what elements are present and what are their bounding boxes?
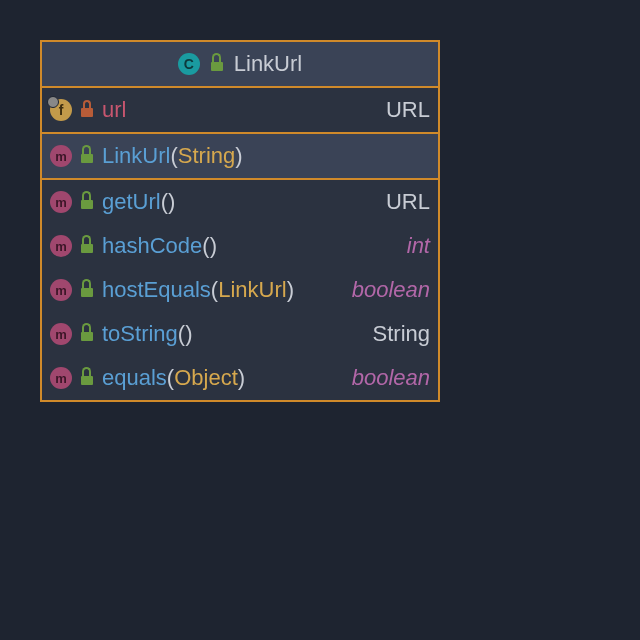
class-diagram: C LinkUrl f url URL m LinkUrl(String) m xyxy=(40,40,440,402)
method-row[interactable]: m hostEquals(LinkUrl) boolean xyxy=(42,268,438,312)
method-icon: m xyxy=(50,191,72,213)
public-lock-icon xyxy=(80,371,94,385)
public-lock-icon xyxy=(80,239,94,253)
method-icon: m xyxy=(50,323,72,345)
class-header: C LinkUrl xyxy=(42,42,438,86)
method-icon: m xyxy=(50,145,72,167)
method-row[interactable]: m hashCode() int xyxy=(42,224,438,268)
return-type: String xyxy=(373,321,430,347)
private-lock-icon xyxy=(80,103,94,117)
method-row[interactable]: m equals(Object) boolean xyxy=(42,356,438,400)
field-name: url xyxy=(102,97,126,123)
return-type: int xyxy=(407,233,430,259)
method-signature: hostEquals(LinkUrl) xyxy=(102,277,294,303)
methods-section: m getUrl() URL m hashCode() int m hostEq… xyxy=(42,178,438,400)
field-type: URL xyxy=(386,97,430,123)
constructors-section: m LinkUrl(String) xyxy=(42,132,438,178)
method-icon: m xyxy=(50,279,72,301)
public-lock-icon xyxy=(80,195,94,209)
class-name: LinkUrl xyxy=(234,51,302,77)
public-lock-icon xyxy=(80,283,94,297)
field-row[interactable]: f url URL xyxy=(42,88,438,132)
method-icon: m xyxy=(50,367,72,389)
return-type: boolean xyxy=(352,365,430,391)
method-signature: equals(Object) xyxy=(102,365,245,391)
method-icon: m xyxy=(50,235,72,257)
public-lock-icon xyxy=(80,327,94,341)
constructor-signature: LinkUrl(String) xyxy=(102,143,243,169)
constructor-row[interactable]: m LinkUrl(String) xyxy=(42,134,438,178)
public-lock-icon xyxy=(80,149,94,163)
method-signature: toString() xyxy=(102,321,192,347)
method-row[interactable]: m getUrl() URL xyxy=(42,180,438,224)
return-type: URL xyxy=(386,189,430,215)
return-type: boolean xyxy=(352,277,430,303)
field-icon: f xyxy=(50,99,72,121)
fields-section: f url URL xyxy=(42,86,438,132)
public-lock-icon xyxy=(210,57,224,71)
method-signature: getUrl() xyxy=(102,189,175,215)
method-signature: hashCode() xyxy=(102,233,217,259)
class-icon: C xyxy=(178,53,200,75)
method-row[interactable]: m toString() String xyxy=(42,312,438,356)
